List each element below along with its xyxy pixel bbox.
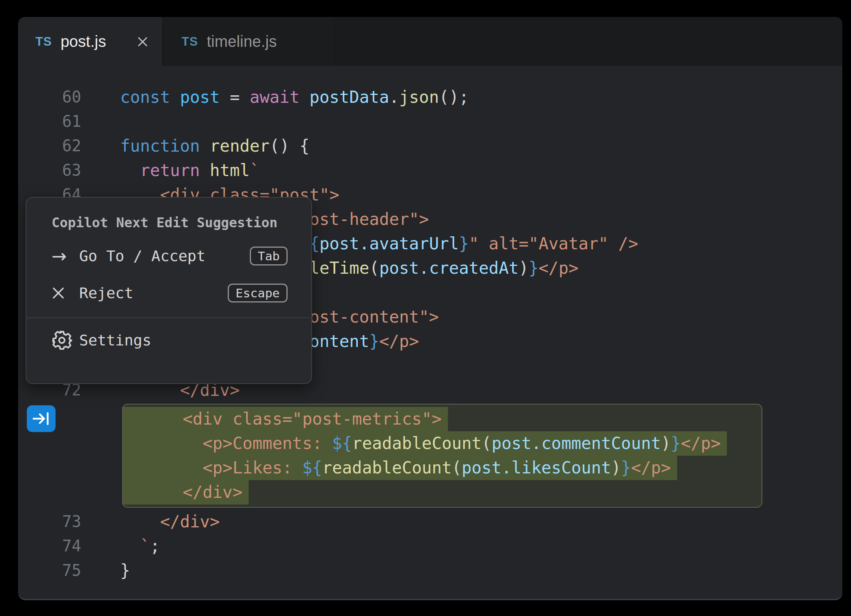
menu-item-settings[interactable]: Settings: [26, 326, 311, 354]
code-text: function render() {: [81, 136, 309, 156]
code-line[interactable]: 73 </div>: [18, 509, 842, 534]
code-token: () {: [269, 136, 309, 156]
tab-label: post.js: [61, 33, 106, 50]
code-token: ): [518, 258, 528, 278]
code-token: `: [250, 161, 260, 180]
typescript-file-icon: TS: [182, 35, 198, 49]
code-token: ${: [302, 458, 322, 477]
code-line[interactable]: 62function render() {: [18, 134, 842, 158]
screenshot-stage: TS post.js TS timeline.js 60const post =…: [0, 0, 851, 616]
code-token: ): [661, 434, 671, 453]
code-token: }: [621, 458, 631, 477]
tab-timeline-js[interactable]: TS timeline.js: [163, 17, 332, 66]
suggested-code-line: <p>Likes: ${readableCount(post.likesCoun…: [123, 456, 762, 480]
keyboard-badge-tab: Tab: [250, 247, 288, 265]
code-token: readableCount: [352, 434, 482, 453]
line-number: 61: [18, 112, 81, 130]
code-token: </p>: [681, 434, 721, 453]
code-token: </div>: [120, 512, 220, 531]
code-token: (: [369, 258, 379, 278]
menu-item-label: Go To / Accept: [79, 247, 205, 265]
code-text: </div>: [81, 512, 220, 531]
code-token: post.avatarUrl: [320, 234, 459, 253]
keyboard-badge-escape: Escape: [228, 284, 288, 302]
code-token: const: [120, 87, 180, 107]
tab-post-js[interactable]: TS post.js: [18, 17, 163, 66]
line-number: 74: [18, 537, 81, 555]
code-line[interactable]: 75}: [18, 558, 842, 583]
line-number: 73: [18, 512, 81, 531]
code-token: </p>: [631, 458, 671, 477]
gear-icon: [52, 330, 79, 351]
code-token: <p>Comments:: [123, 434, 332, 453]
line-number: 75: [18, 561, 81, 579]
code-line[interactable]: 63 return html`: [18, 158, 842, 182]
code-lines: 73 </div>74 `;75}: [18, 509, 842, 583]
code-token: await: [250, 87, 310, 107]
suggested-code-lines: <div class="post-metrics"> <p>Comments: …: [123, 407, 762, 505]
close-icon[interactable]: [136, 35, 149, 48]
code-token: return: [140, 161, 210, 180]
popup-divider: [26, 317, 311, 318]
code-token: post.commentCount: [492, 434, 661, 453]
code-text: return html`: [81, 161, 260, 180]
code-token: }: [369, 332, 379, 351]
code-token: [120, 161, 140, 180]
added-line-highlight: <p>Likes: ${readableCount(post.likesCoun…: [123, 456, 677, 480]
tab-label: timeline.js: [207, 33, 277, 50]
tab-bar: TS post.js TS timeline.js: [18, 17, 842, 67]
code-line[interactable]: 60const post = await postData.json();: [18, 85, 842, 109]
suggested-code-line: <p>Comments: ${readableCount(post.commen…: [123, 431, 762, 456]
code-editor[interactable]: 60const post = await postData.json();616…: [18, 67, 842, 583]
code-token: </p>: [539, 258, 578, 278]
code-token: }: [671, 434, 681, 453]
tab-jump-icon: [33, 411, 50, 426]
added-line-highlight: <p>Comments: ${readableCount(post.commen…: [123, 431, 727, 456]
line-number: 63: [18, 161, 81, 179]
code-token: (: [452, 458, 461, 477]
code-token: readableCount: [322, 458, 452, 477]
vscode-window: TS post.js TS timeline.js 60const post =…: [18, 17, 842, 600]
x-icon: [52, 286, 79, 300]
code-token: function: [120, 136, 210, 156]
line-number: 62: [18, 137, 81, 155]
code-text: `;: [81, 536, 160, 556]
code-token: }: [120, 561, 130, 580]
code-token: json: [399, 87, 439, 107]
code-line[interactable]: 61: [18, 109, 842, 134]
arrow-right-icon: →: [52, 245, 79, 267]
code-token: `: [120, 536, 150, 556]
code-token: ();: [439, 87, 469, 107]
added-line-highlight: </div>: [123, 480, 249, 505]
code-token: post.createdAt: [379, 258, 518, 278]
suggested-code-line: <div class="post-metrics">: [123, 407, 762, 431]
code-token: }: [459, 234, 469, 253]
code-token: =: [220, 87, 250, 107]
code-text: const post = await postData.json();: [81, 87, 469, 107]
code-text: }: [81, 561, 130, 580]
typescript-file-icon: TS: [35, 35, 52, 49]
goto-suggestion-button[interactable]: [27, 405, 56, 432]
code-token: render: [210, 136, 270, 156]
line-number: 60: [18, 88, 81, 106]
code-token: post.likesCount: [462, 458, 611, 477]
copilot-popup: Copilot Next Edit Suggestion → Go To / A…: [26, 197, 312, 384]
popup-title: Copilot Next Edit Suggestion: [26, 213, 311, 232]
menu-item-label: Reject: [79, 284, 133, 302]
code-token: html: [210, 161, 250, 180]
code-token: .: [389, 87, 399, 107]
code-token: post: [180, 87, 220, 107]
menu-item-accept[interactable]: → Go To / Accept Tab: [26, 242, 311, 270]
code-token: (: [481, 434, 491, 453]
menu-item-reject[interactable]: Reject Escape: [26, 279, 311, 307]
code-token: </p>: [379, 332, 419, 351]
code-token: ${: [332, 434, 352, 453]
copilot-suggestion-preview: <div class="post-metrics"> <p>Comments: …: [122, 404, 762, 508]
code-token: postData: [309, 87, 389, 107]
code-token: " alt="Avatar" />: [469, 234, 638, 253]
added-line-highlight: <div class="post-metrics">: [123, 407, 448, 431]
code-token: }: [529, 258, 539, 278]
code-token: </div>: [123, 482, 242, 502]
code-line[interactable]: 74 `;: [18, 534, 842, 558]
code-token: <div class="post-metrics">: [123, 409, 442, 429]
